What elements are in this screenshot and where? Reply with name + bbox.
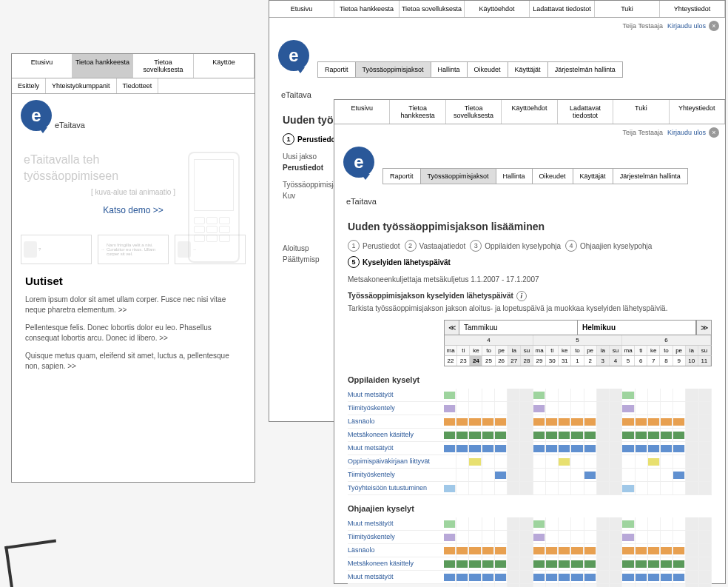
day-cell[interactable]: 8 bbox=[660, 356, 673, 366]
schedule-cell[interactable] bbox=[622, 557, 635, 570]
schedule-cell[interactable] bbox=[661, 517, 673, 530]
schedule-cell[interactable] bbox=[546, 455, 559, 468]
prev-month-icon[interactable]: ≪ bbox=[445, 321, 459, 335]
schedule-cell[interactable] bbox=[469, 389, 482, 401]
schedule-cell[interactable] bbox=[699, 389, 712, 401]
schedule-cell[interactable] bbox=[584, 389, 597, 401]
schedule-cell[interactable] bbox=[610, 531, 622, 543]
schedule-cell[interactable] bbox=[469, 455, 482, 468]
schedule-cell[interactable] bbox=[469, 571, 482, 583]
schedule-cell[interactable] bbox=[699, 584, 712, 587]
schedule-cell[interactable] bbox=[622, 531, 635, 543]
schedule-cell[interactable] bbox=[495, 584, 508, 587]
schedule-cell[interactable] bbox=[559, 544, 571, 557]
schedule-cell[interactable] bbox=[495, 571, 508, 583]
schedule-cell[interactable] bbox=[699, 442, 712, 454]
schedule-cell[interactable] bbox=[686, 531, 698, 543]
schedule-cell[interactable] bbox=[673, 429, 686, 441]
schedule-cell[interactable] bbox=[648, 389, 661, 401]
nav-yhteystiedot[interactable]: Yhteystiedot bbox=[670, 100, 725, 124]
schedule-cell[interactable] bbox=[482, 389, 495, 401]
schedule-cell[interactable] bbox=[597, 531, 610, 543]
schedule-cell[interactable] bbox=[533, 584, 546, 587]
subnav-tiedotteet[interactable]: Tiedotteet bbox=[117, 78, 159, 93]
schedule-cell[interactable] bbox=[559, 455, 571, 468]
tab-tyossaoppimisjaksot[interactable]: Työssäoppimisjaksot bbox=[421, 169, 496, 184]
survey-row-label[interactable]: Metsäkoneen käsittely bbox=[348, 557, 444, 571]
schedule-cell[interactable] bbox=[648, 442, 661, 454]
schedule-cell[interactable] bbox=[520, 482, 533, 494]
schedule-cell[interactable] bbox=[597, 442, 610, 454]
schedule-cell[interactable] bbox=[482, 415, 495, 428]
survey-row-label[interactable]: Tiimityöskentely bbox=[348, 402, 444, 415]
schedule-cell[interactable] bbox=[686, 544, 698, 557]
next-month-icon[interactable]: ≫ bbox=[696, 321, 711, 335]
schedule-cell[interactable] bbox=[686, 389, 698, 401]
schedule-cell[interactable] bbox=[444, 531, 456, 543]
schedule-cell[interactable] bbox=[622, 571, 635, 583]
survey-row-label[interactable]: Työyhteisöön tutustuminen bbox=[348, 482, 444, 495]
schedule-cell[interactable] bbox=[686, 584, 698, 587]
schedule-cell[interactable] bbox=[584, 517, 597, 530]
schedule-cell[interactable] bbox=[673, 531, 686, 543]
schedule-cell[interactable] bbox=[571, 402, 584, 415]
day-cell[interactable]: 26 bbox=[496, 356, 508, 366]
day-cell[interactable]: 9 bbox=[673, 356, 686, 366]
schedule-cell[interactable] bbox=[597, 544, 610, 557]
schedule-cell[interactable] bbox=[520, 557, 533, 570]
schedule-cell[interactable] bbox=[546, 482, 559, 494]
survey-row-label[interactable]: Muut metsätyöt bbox=[348, 389, 444, 402]
schedule-cell[interactable] bbox=[636, 429, 648, 441]
schedule-cell[interactable] bbox=[456, 557, 469, 570]
schedule-cell[interactable] bbox=[482, 429, 495, 441]
schedule-cell[interactable] bbox=[584, 429, 597, 441]
schedule-cell[interactable] bbox=[622, 482, 635, 494]
schedule-cell[interactable] bbox=[610, 469, 622, 481]
schedule-cell[interactable] bbox=[456, 402, 469, 415]
schedule-cell[interactable] bbox=[636, 455, 648, 468]
schedule-cell[interactable] bbox=[673, 482, 686, 494]
schedule-cell[interactable] bbox=[546, 517, 559, 530]
schedule-cell[interactable] bbox=[584, 482, 597, 494]
schedule-cell[interactable] bbox=[673, 544, 686, 557]
schedule-cell[interactable] bbox=[584, 402, 597, 415]
close-icon[interactable]: × bbox=[709, 21, 719, 31]
schedule-cell[interactable] bbox=[495, 415, 508, 428]
close-icon[interactable]: × bbox=[709, 127, 719, 138]
schedule-cell[interactable] bbox=[508, 517, 520, 530]
schedule-cell[interactable] bbox=[456, 584, 469, 587]
schedule-cell[interactable] bbox=[482, 469, 495, 481]
schedule-cell[interactable] bbox=[661, 415, 673, 428]
nav-tietoa-hankkeesta[interactable]: Tietoa hankkeesta bbox=[73, 54, 133, 78]
schedule-cell[interactable] bbox=[456, 517, 469, 530]
schedule-cell[interactable] bbox=[508, 482, 520, 494]
schedule-cell[interactable] bbox=[686, 455, 698, 468]
schedule-cell[interactable] bbox=[622, 544, 635, 557]
schedule-cell[interactable] bbox=[622, 429, 635, 441]
schedule-cell[interactable] bbox=[571, 531, 584, 543]
schedule-cell[interactable] bbox=[546, 402, 559, 415]
schedule-cell[interactable] bbox=[482, 442, 495, 454]
schedule-cell[interactable] bbox=[533, 442, 546, 454]
schedule-cell[interactable] bbox=[533, 544, 546, 557]
schedule-cell[interactable] bbox=[597, 482, 610, 494]
schedule-cell[interactable] bbox=[699, 429, 712, 441]
schedule-cell[interactable] bbox=[610, 482, 622, 494]
schedule-cell[interactable] bbox=[686, 482, 698, 494]
tab-jarjestelman-hallinta[interactable]: Järjestelmän hallinta bbox=[613, 169, 687, 184]
schedule-cell[interactable] bbox=[571, 455, 584, 468]
schedule-cell[interactable] bbox=[533, 429, 546, 441]
day-cell[interactable]: 25 bbox=[482, 356, 495, 366]
schedule-cell[interactable] bbox=[482, 557, 495, 570]
schedule-cell[interactable] bbox=[648, 402, 661, 415]
schedule-cell[interactable] bbox=[636, 544, 648, 557]
schedule-cell[interactable] bbox=[520, 429, 533, 441]
subnav-esittely[interactable]: Esittely bbox=[12, 78, 46, 93]
schedule-cell[interactable] bbox=[482, 544, 495, 557]
schedule-cell[interactable] bbox=[610, 544, 622, 557]
schedule-cell[interactable] bbox=[520, 571, 533, 583]
schedule-cell[interactable] bbox=[584, 469, 597, 481]
schedule-cell[interactable] bbox=[610, 442, 622, 454]
step-4[interactable]: 4Ohjaajien kyselypohja bbox=[565, 240, 652, 252]
schedule-cell[interactable] bbox=[546, 584, 559, 587]
